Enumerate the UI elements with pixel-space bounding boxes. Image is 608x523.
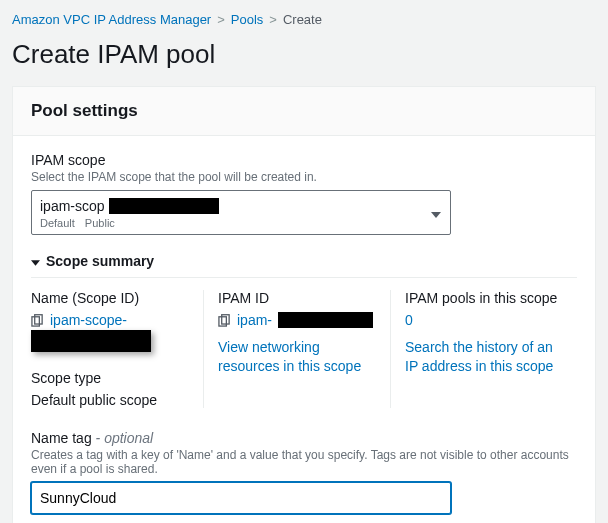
name-tag-input[interactable] [31,482,451,514]
ipam-scope-hint: Select the IPAM scope that the pool will… [31,170,577,184]
scope-summary-toggle[interactable]: Scope summary [31,253,577,269]
ipam-scope-sub-default: Default [40,216,75,230]
name-tag-field: Name tag - optional Creates a tag with a… [31,430,577,514]
divider [31,277,577,278]
view-networking-resources-link[interactable]: View networking resources in this scope [218,338,376,376]
ipam-id-label: IPAM ID [218,290,376,306]
svg-rect-3 [222,315,229,324]
redacted-text [109,198,219,214]
scope-summary-title: Scope summary [46,253,154,269]
ipam-scope-select[interactable]: ipam-scop Default Public [31,190,451,235]
scope-summary-columns: Name (Scope ID) ipam-scope- Scope type D… [31,290,577,408]
breadcrumb-root-link[interactable]: Amazon VPC IP Address Manager [12,12,211,27]
ipam-scope-field: IPAM scope Select the IPAM scope that th… [31,152,577,235]
page-title: Create IPAM pool [12,39,596,70]
chevron-right-icon: > [269,12,277,27]
ipam-scope-selected-text: ipam-scop [40,197,105,215]
breadcrumb: Amazon VPC IP Address Manager > Pools > … [12,8,596,37]
breadcrumb-pools-link[interactable]: Pools [231,12,264,27]
breadcrumb-current: Create [283,12,322,27]
chevron-right-icon: > [217,12,225,27]
name-tag-label: Name tag [31,430,92,446]
ipam-scope-label: IPAM scope [31,152,577,168]
pool-settings-panel: Pool settings IPAM scope Select the IPAM… [12,86,596,523]
pools-count-link[interactable]: 0 [405,312,413,328]
svg-rect-2 [219,317,226,326]
caret-down-icon [431,205,441,221]
scope-type-value: Default public scope [31,392,189,408]
panel-header: Pool settings [13,87,595,136]
copy-icon[interactable] [218,314,231,327]
pools-in-scope-label: IPAM pools in this scope [405,290,563,306]
redacted-text [278,312,373,328]
optional-indicator: - optional [92,430,153,446]
svg-rect-1 [35,315,42,324]
ipam-scope-sub-public: Public [85,216,115,230]
scope-type-label: Scope type [31,370,189,386]
svg-rect-0 [32,317,39,326]
search-ip-history-link[interactable]: Search the history of an IP address in t… [405,338,563,376]
ipam-id-link[interactable]: ipam- [237,312,272,328]
caret-down-icon [31,253,40,269]
scope-id-label: Name (Scope ID) [31,290,189,306]
copy-icon[interactable] [31,314,44,327]
redacted-text [31,330,151,352]
name-tag-hint: Creates a tag with a key of 'Name' and a… [31,448,577,476]
scope-id-link[interactable]: ipam-scope- [50,312,127,328]
